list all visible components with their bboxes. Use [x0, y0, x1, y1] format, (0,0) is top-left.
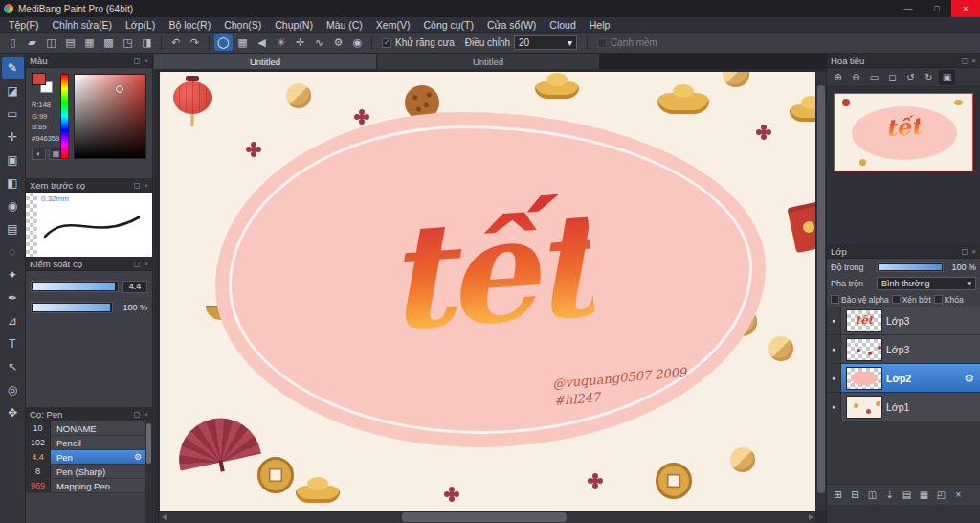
scroll-left-arrow[interactable] — [162, 514, 167, 520]
layer-row-lop2[interactable]: ● Lớp2 ⚙ — [827, 364, 980, 393]
menu-edit[interactable]: Chỉnh sửa(E) — [46, 19, 119, 31]
close-icon[interactable]: × — [144, 410, 148, 419]
pen-tool-icon[interactable]: ✎ — [2, 57, 24, 79]
scrollbar-thumb[interactable] — [817, 85, 825, 493]
reset-view-icon[interactable]: ▣ — [939, 70, 955, 85]
lock-checkbox[interactable] — [934, 295, 943, 304]
star-snap-icon[interactable]: ✳ — [272, 34, 290, 51]
magic-wand-tool-icon[interactable]: ✦ — [2, 264, 24, 285]
brush-list-scrollbar[interactable] — [145, 421, 152, 523]
snap-settings-icon[interactable]: ⚙ — [329, 34, 347, 51]
popout-icon[interactable]: ◻ — [134, 410, 141, 419]
eraser-tool-icon[interactable]: ◪ — [2, 80, 24, 102]
brush-size-value[interactable]: 4.4 — [122, 281, 147, 293]
hue-slider[interactable] — [60, 74, 69, 159]
delete-layer-icon[interactable]: × — [950, 487, 967, 503]
shape-tool-icon[interactable]: ⊿ — [2, 310, 24, 331]
eyedropper-icon[interactable]: ◐ — [32, 148, 46, 160]
antialias-checkbox[interactable]: ✓ — [382, 38, 391, 48]
open-file-icon[interactable]: ▰ — [23, 34, 41, 51]
menu-filter[interactable]: Bộ lọc(R) — [162, 19, 217, 31]
eye-icon[interactable]: ● — [827, 393, 841, 421]
fill-tool-icon[interactable]: ▣ — [2, 149, 24, 171]
menu-cloud[interactable]: Cloud — [543, 19, 582, 31]
undo-icon[interactable]: ↶ — [167, 34, 185, 51]
eye-icon[interactable]: ● — [827, 307, 841, 334]
pen-nib-tool-icon[interactable]: ✒ — [2, 287, 24, 308]
popout-icon[interactable]: ◻ — [134, 181, 141, 190]
bucket-tool-icon[interactable]: ◉ — [2, 195, 24, 216]
eye-icon[interactable]: ● — [827, 364, 841, 392]
grid-view-icon[interactable]: ▩ — [100, 34, 118, 51]
layer-folder-icon[interactable]: ▤ — [899, 487, 915, 503]
export-file-icon[interactable]: ▤ — [61, 34, 79, 51]
saturation-value-picker[interactable] — [74, 74, 146, 159]
image-icon[interactable]: ▦ — [80, 34, 99, 51]
cursor-tool-icon[interactable]: ↖ — [2, 356, 24, 377]
maximize-button[interactable]: □ — [923, 0, 951, 17]
grid-snap-icon[interactable]: ▦ — [234, 34, 252, 51]
hand-tool-icon[interactable]: ✥ — [2, 402, 24, 423]
merge-down-icon[interactable]: ⇣ — [881, 487, 898, 503]
triangle-snap-icon[interactable]: ◀ — [253, 34, 271, 51]
popout-icon[interactable]: ◻ — [962, 57, 969, 65]
menu-snap[interactable]: Chụp(N) — [268, 19, 320, 31]
select-rect-tool-icon[interactable]: ▭ — [2, 103, 24, 125]
brush-row-pen[interactable]: 4.4 Pen ⚙ — [26, 450, 145, 465]
gear-icon[interactable]: ⚙ — [134, 452, 142, 462]
scroll-right-arrow[interactable] — [809, 514, 813, 520]
duplicate-layer-icon[interactable]: ◫ — [864, 487, 880, 503]
scrollbar-thumb[interactable] — [402, 512, 566, 522]
protect-alpha-checkbox[interactable] — [831, 295, 839, 304]
eye-icon[interactable]: ● — [827, 335, 841, 363]
menu-window[interactable]: Cửa sổ(W) — [480, 19, 543, 31]
soft-edge-checkbox[interactable] — [597, 38, 607, 48]
brush-row-pen-sharp[interactable]: 8 Pen (Sharp) — [26, 465, 145, 479]
brush-opacity-slider[interactable] — [31, 302, 113, 313]
workspace-icon[interactable]: ◨ — [138, 34, 156, 51]
tab-untitled-2[interactable]: Untitled — [377, 54, 600, 69]
brush-size-slider[interactable] — [31, 281, 119, 292]
rotate-left-icon[interactable]: ↺ — [902, 70, 919, 85]
redo-icon[interactable]: ↷ — [186, 34, 204, 51]
close-icon[interactable]: × — [971, 247, 976, 256]
text-tool-icon[interactable]: T — [2, 333, 24, 354]
move-tool-icon[interactable]: ✛ — [2, 126, 24, 148]
foreground-background-swatch[interactable] — [32, 73, 55, 94]
vertical-scrollbar[interactable] — [816, 72, 826, 511]
menu-file[interactable]: Tệp(F) — [2, 19, 46, 31]
new-file-icon[interactable]: ▯ — [4, 34, 22, 51]
scrollbar-thumb[interactable] — [146, 423, 151, 464]
eyedropper-tool-icon[interactable]: ◎ — [2, 379, 24, 400]
layer-row-lop3b[interactable]: ● Lớp3 — [827, 335, 980, 364]
remove-layer-icon[interactable]: ⊟ — [847, 487, 863, 503]
actual-size-icon[interactable]: ◻ — [884, 70, 901, 85]
zoom-out-icon[interactable]: ⊖ — [848, 70, 864, 85]
close-icon[interactable]: × — [144, 181, 148, 190]
cross-snap-icon[interactable]: ✛ — [291, 34, 309, 51]
brush-row-noname[interactable]: 10 NONAME — [26, 421, 145, 436]
horizontal-scrollbar[interactable] — [160, 512, 815, 523]
curve-snap-icon[interactable]: ∿ — [310, 34, 328, 51]
add-layer-icon[interactable]: ⊞ — [830, 487, 846, 503]
minimize-button[interactable]: — — [894, 0, 923, 17]
brush-row-mapping-pen[interactable]: 969 Mapping Pen — [26, 479, 145, 493]
gradient-tool-icon[interactable]: ◧ — [2, 172, 24, 193]
pattern-tool-icon[interactable]: ▤ — [2, 218, 24, 239]
popout-icon[interactable]: ◻ — [134, 57, 141, 65]
circle-snap-icon[interactable]: ◉ — [348, 34, 367, 51]
opacity-slider[interactable] — [877, 262, 944, 272]
popout-icon[interactable]: ◻ — [962, 247, 969, 256]
popout-icon[interactable]: ◻ — [134, 260, 141, 268]
canvas[interactable]: tết @vuquang0507 2009 #hl247 — [160, 72, 815, 511]
menu-layer[interactable]: Lớp(L) — [119, 19, 162, 31]
lasso-tool-icon[interactable]: ◌ — [2, 241, 24, 262]
clipping-checkbox[interactable] — [892, 295, 901, 304]
menu-help[interactable]: Help — [583, 19, 617, 31]
gear-icon[interactable]: ⚙ — [964, 372, 974, 385]
menu-view[interactable]: Xem(V) — [369, 19, 417, 31]
menu-color[interactable]: Màu (C) — [320, 19, 369, 31]
brush-row-pencil[interactable]: 102 Pencil — [26, 436, 145, 450]
layer-row-lop1[interactable]: ● Lớp1 — [827, 393, 980, 421]
save-file-icon[interactable]: ◫ — [42, 34, 60, 51]
